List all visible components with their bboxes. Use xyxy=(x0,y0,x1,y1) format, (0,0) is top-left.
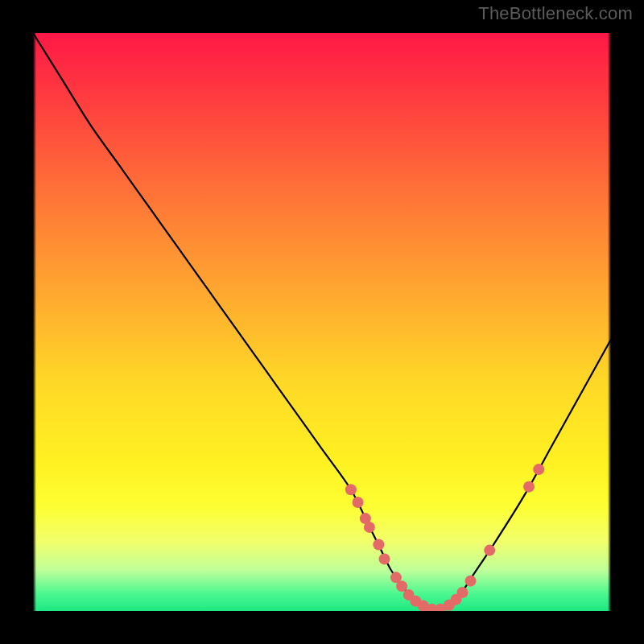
data-marker xyxy=(364,522,375,533)
plot-area xyxy=(33,33,611,611)
data-marker xyxy=(523,481,535,493)
data-marker xyxy=(353,497,364,508)
data-marker xyxy=(379,553,390,564)
data-marker xyxy=(533,464,544,475)
data-marker xyxy=(456,587,468,598)
curve-layer xyxy=(33,33,611,611)
watermark-text: TheBottleneck.com xyxy=(478,3,633,24)
data-marker xyxy=(465,576,477,587)
data-marker xyxy=(345,484,357,495)
data-marker xyxy=(484,545,495,556)
data-marker xyxy=(373,539,384,550)
bottleneck-curve xyxy=(33,33,611,611)
chart-frame xyxy=(13,13,631,631)
